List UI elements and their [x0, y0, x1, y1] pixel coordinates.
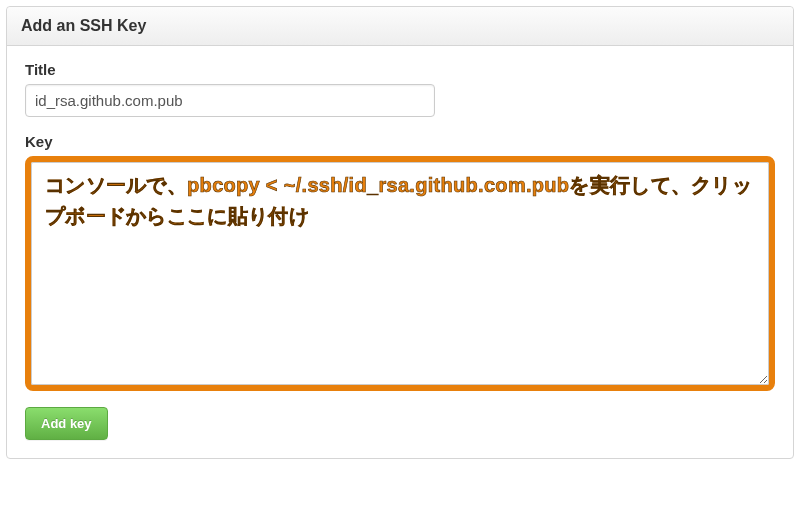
title-label: Title — [25, 61, 775, 78]
add-key-button[interactable]: Add key — [25, 407, 108, 440]
title-field-group: Title — [25, 61, 775, 117]
ssh-key-panel: Add an SSH Key Title Key コンソールで、pbcopy <… — [6, 6, 794, 459]
panel-title: Add an SSH Key — [21, 17, 779, 35]
key-label: Key — [25, 133, 775, 150]
panel-body: Title Key コンソールで、pbcopy < ~/.ssh/id_rsa.… — [7, 46, 793, 458]
key-textarea[interactable] — [31, 162, 769, 385]
key-field-group: Key コンソールで、pbcopy < ~/.ssh/id_rsa.github… — [25, 133, 775, 391]
title-input[interactable] — [25, 84, 435, 117]
key-highlight-box: コンソールで、pbcopy < ~/.ssh/id_rsa.github.com… — [25, 156, 775, 391]
panel-header: Add an SSH Key — [7, 7, 793, 46]
